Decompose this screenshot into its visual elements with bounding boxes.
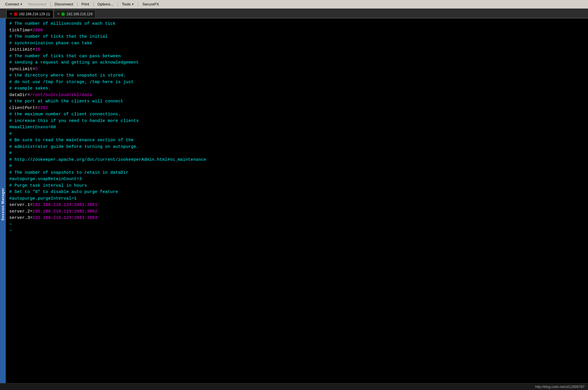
tab-1-label: 192.168.216.129 (1) xyxy=(19,12,50,16)
terminal-line: server.2=192.168.216.129:2882:3882 xyxy=(9,209,585,215)
tab-2-close-icon[interactable]: ✕ xyxy=(57,12,60,16)
menu-reconnect[interactable]: Reconnect xyxy=(25,1,49,7)
tab-2-status-icon xyxy=(61,12,65,16)
terminal-line: # example sakes. xyxy=(9,85,585,92)
session-manager-sidebar[interactable]: Session Manager xyxy=(0,18,6,390)
terminal: # The number of milliseconds of each tic… xyxy=(6,18,588,390)
terminal-line: # the maximum number of client connectio… xyxy=(9,111,585,118)
menu-print[interactable]: Print xyxy=(79,1,92,7)
terminal-line: # Purge task interval in hours xyxy=(9,183,585,189)
terminal-line: server.3=192.168.216.129:2883:3883 xyxy=(9,215,585,221)
terminal-line: #maxClientCnxns=60 xyxy=(9,124,585,131)
terminal-line: ~ xyxy=(9,221,585,228)
tab-1-close-icon[interactable]: ✕ xyxy=(10,12,12,16)
terminal-line: tickTime=2000 xyxy=(9,27,585,34)
terminal-line: # the port at which the clients will con… xyxy=(9,98,585,105)
terminal-line: # The number of ticks that the initial xyxy=(9,34,585,40)
menu-options[interactable]: Options... xyxy=(95,1,117,7)
menu-separator-1 xyxy=(50,2,51,7)
tab-2[interactable]: ✕ 192.168.216.129 xyxy=(54,10,96,18)
session-manager-label: Session Manager xyxy=(1,188,5,221)
terminal-line: # the directory where the snapshot is st… xyxy=(9,72,585,79)
terminal-line: # The number of ticks that can pass betw… xyxy=(9,53,585,60)
terminal-line: server.1=192.168.216.129:2881:3881 xyxy=(9,202,585,209)
tab-2-label: 192.168.216.129 xyxy=(67,12,92,16)
terminal-line: # Set to "0" to disable auto purge featu… xyxy=(9,189,585,196)
menu-separator-5 xyxy=(138,2,138,7)
terminal-line: #autopurge.purgeInterval=1 xyxy=(9,196,585,202)
menu-separator-3 xyxy=(93,2,94,7)
tab-1[interactable]: ✕ 192.168.216.129 (1) xyxy=(6,10,53,18)
terminal-line: clientPort=2282 xyxy=(9,105,585,112)
menu-securefx[interactable]: SecureFX xyxy=(139,1,162,7)
connect-arrow-icon: ▼ xyxy=(20,3,22,6)
tabbar: ✕ 192.168.216.129 (1) ✕ 192.168.216.129 xyxy=(0,9,588,18)
menubar: Connect ▼ Reconnect Disconnect Print Opt… xyxy=(0,0,588,9)
terminal-line: # Be sure to read the maintenance sectio… xyxy=(9,137,585,144)
terminal-line: # do not use /tmp for storage, /tmp here… xyxy=(9,79,585,86)
menu-connect[interactable]: Connect ▼ xyxy=(2,1,25,7)
terminal-line: # synchronization phase can take xyxy=(9,40,585,47)
terminal-line: # http://zookeeper.apache.org/doc/curren… xyxy=(9,157,585,163)
terminal-line: #autopurge.snapRetainCount=3 xyxy=(9,176,585,183)
menu-separator-4 xyxy=(117,2,118,7)
terminal-line: # The number of milliseconds of each tic… xyxy=(9,21,585,27)
terminal-line: ~ xyxy=(9,228,585,234)
terminal-line: syncLimit=5 xyxy=(9,66,585,73)
terminal-line: # sending a request and getting an ackno… xyxy=(9,60,585,66)
tools-arrow-icon: ▼ xyxy=(132,3,134,6)
terminal-line: # administrator guide before turning on … xyxy=(9,144,585,150)
terminal-line: # xyxy=(9,163,585,170)
terminal-line: # xyxy=(9,131,585,137)
statusbar-url: http://blog.csdn.net/u012806787 xyxy=(535,385,585,389)
terminal-line: # The number of snapshots to retain in d… xyxy=(9,170,585,176)
tab-1-status-icon xyxy=(14,12,17,16)
terminal-line: # increase this if you need to handle mo… xyxy=(9,118,585,125)
menu-disconnect[interactable]: Disconnect xyxy=(52,1,76,7)
menu-separator-2 xyxy=(77,2,77,7)
menu-tools[interactable]: Tools ▼ xyxy=(119,1,137,7)
terminal-line: initLimit=10 xyxy=(9,47,585,53)
statusbar: http://blog.csdn.net/u012806787 xyxy=(0,383,588,390)
terminal-line: dataDir=/root/solrcloud/zk2/data xyxy=(9,92,585,99)
terminal-line: # xyxy=(9,150,585,157)
